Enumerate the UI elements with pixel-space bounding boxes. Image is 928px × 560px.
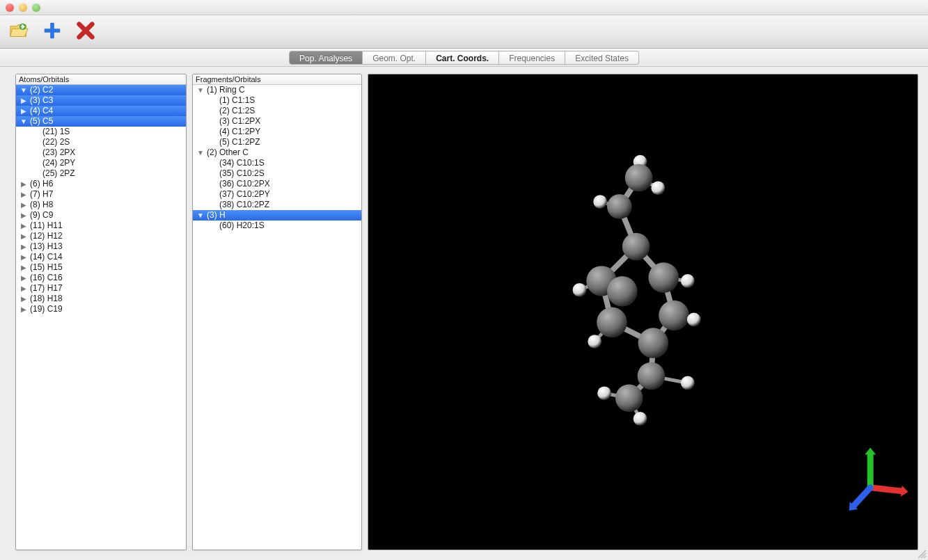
disclosure-right-icon[interactable]: ▶ — [19, 241, 29, 252]
disclosure-down-icon[interactable]: ▼ — [19, 85, 29, 95]
axis-y[interactable] — [865, 448, 876, 488]
fragments-row[interactable]: (2) C1:2S — [193, 106, 361, 116]
carbon-atom[interactable] — [607, 276, 638, 307]
fragments-row[interactable]: (35) C10:2S — [193, 168, 361, 179]
fragments-row[interactable]: ▼(1) Ring C — [193, 85, 361, 95]
atoms-row[interactable]: ▶(13) H13 — [16, 241, 186, 252]
atoms-row[interactable]: ▼(2) C2 — [16, 85, 186, 95]
fragments-row[interactable]: (34) C10:1S — [193, 158, 361, 168]
fragments-row[interactable]: (60) H20:1S — [193, 221, 361, 231]
hydrogen-atom[interactable] — [681, 376, 695, 390]
hydrogen-atom[interactable] — [597, 386, 611, 400]
fragments-row[interactable]: (5) C1:2PZ — [193, 137, 361, 147]
atoms-row[interactable]: (23) 2PX — [16, 147, 186, 158]
hydrogen-atom[interactable] — [634, 412, 647, 426]
atoms-row[interactable]: (21) 1S — [16, 127, 186, 137]
carbon-atom[interactable] — [638, 362, 666, 390]
atoms-row[interactable]: ▶(6) H6 — [16, 179, 186, 189]
disclosure-right-icon[interactable]: ▶ — [19, 231, 29, 241]
disclosure-right-icon[interactable]: ▶ — [19, 106, 29, 116]
tab-frequencies[interactable]: Frequencies — [499, 51, 565, 65]
disclosure-right-icon[interactable]: ▶ — [19, 200, 29, 210]
fragments-label: (1) C1:1S — [218, 95, 255, 106]
disclosure-right-icon[interactable]: ▶ — [19, 262, 29, 273]
axis-z[interactable] — [849, 488, 870, 511]
fragments-row[interactable]: (3) C1:2PX — [193, 116, 361, 127]
atoms-row[interactable]: ▼(5) C5 — [16, 116, 186, 127]
carbon-atom[interactable] — [638, 328, 669, 358]
fragments-row[interactable]: (1) C1:1S — [193, 95, 361, 106]
atoms-row[interactable]: ▶(8) H8 — [16, 200, 186, 210]
fragments-tree[interactable]: ▼(1) Ring C(1) C1:1S(2) C1:2S(3) C1:2PX(… — [193, 85, 361, 550]
resize-grip-icon[interactable] — [917, 549, 927, 559]
carbon-atom[interactable] — [625, 164, 653, 192]
zoom-window-button[interactable] — [32, 3, 40, 12]
delete-button[interactable] — [74, 20, 97, 44]
atoms-label: (5) C5 — [29, 116, 53, 127]
axis-x[interactable] — [870, 486, 908, 497]
fragments-row[interactable]: ▼(3) H — [193, 210, 361, 221]
tab-label: Cart. Coords. — [436, 54, 489, 63]
fragments-row[interactable]: (38) C10:2PZ — [193, 200, 361, 210]
molecule-canvas[interactable] — [368, 74, 918, 550]
fragments-row[interactable]: (4) C1:2PY — [193, 127, 361, 137]
atoms-row[interactable]: ▶(11) H11 — [16, 221, 186, 231]
disclosure-right-icon[interactable]: ▶ — [19, 95, 29, 106]
tab-pop-analyses[interactable]: Pop. Analyses — [289, 51, 363, 65]
atoms-row[interactable]: ▶(12) H12 — [16, 231, 186, 241]
atoms-row[interactable]: ▶(7) H7 — [16, 189, 186, 200]
hydrogen-atom[interactable] — [593, 195, 607, 209]
carbon-atom[interactable] — [607, 194, 632, 219]
disclosure-right-icon[interactable]: ▶ — [19, 294, 29, 304]
close-window-button[interactable] — [6, 3, 14, 12]
disclosure-right-icon[interactable]: ▶ — [19, 252, 29, 262]
disclosure-down-icon[interactable]: ▼ — [19, 116, 29, 127]
fragments-row[interactable]: (36) C10:2PX — [193, 179, 361, 189]
atoms-row[interactable]: (24) 2PY — [16, 158, 186, 168]
disclosure-right-icon[interactable]: ▶ — [19, 189, 29, 200]
hydrogen-atom[interactable] — [681, 274, 695, 288]
disclosure-right-icon[interactable]: ▶ — [19, 283, 29, 294]
molecule-viewer[interactable] — [368, 74, 918, 550]
disclosure-right-icon[interactable]: ▶ — [19, 273, 29, 283]
disclosure-right-icon[interactable]: ▶ — [19, 179, 29, 189]
atoms-row[interactable]: (25) 2PZ — [16, 168, 186, 179]
hydrogen-atom[interactable] — [588, 335, 601, 349]
atoms-tree[interactable]: ▼(2) C2▶(3) C3▶(4) C4▼(5) C5(21) 1S(22) … — [16, 85, 186, 550]
disclosure-down-icon[interactable]: ▼ — [196, 210, 205, 221]
atoms-row[interactable]: ▶(3) C3 — [16, 95, 186, 106]
carbon-atom[interactable] — [597, 307, 627, 338]
atoms-row[interactable]: (22) 2S — [16, 137, 186, 147]
carbon-atom[interactable] — [622, 233, 650, 261]
tab-excited-states[interactable]: Excited States — [565, 51, 639, 65]
hydrogen-atom[interactable] — [573, 283, 587, 297]
disclosure-down-icon[interactable]: ▼ — [196, 147, 205, 158]
atoms-row[interactable]: ▶(9) C9 — [16, 210, 186, 221]
folder-open-icon — [8, 20, 29, 43]
fragments-row[interactable]: ▼(2) Other C — [193, 147, 361, 158]
disclosure-right-icon[interactable]: ▶ — [19, 221, 29, 231]
fragments-row[interactable]: (37) C10:2PY — [193, 189, 361, 200]
atoms-row[interactable]: ▶(17) H17 — [16, 283, 186, 294]
tab-cart-coords[interactable]: Cart. Coords. — [426, 51, 499, 65]
atoms-row[interactable]: ▶(14) C14 — [16, 252, 186, 262]
open-file-button[interactable] — [7, 20, 31, 44]
minimize-window-button[interactable] — [19, 3, 27, 12]
atoms-row[interactable]: ▶(19) C19 — [16, 304, 186, 314]
fragments-label: (60) H20:1S — [218, 221, 265, 231]
add-button[interactable] — [40, 20, 64, 44]
tab-geom-opt[interactable]: Geom. Opt. — [363, 51, 426, 65]
disclosure-down-icon[interactable]: ▼ — [196, 85, 205, 95]
disclosure-right-icon[interactable]: ▶ — [19, 304, 29, 314]
tab-label: Frequencies — [509, 54, 555, 63]
hydrogen-atom[interactable] — [651, 181, 665, 195]
carbon-atom[interactable] — [648, 262, 679, 293]
carbon-atom[interactable] — [615, 384, 643, 412]
atoms-row[interactable]: ▶(16) C16 — [16, 273, 186, 283]
disclosure-right-icon[interactable]: ▶ — [19, 210, 29, 221]
hydrogen-atom[interactable] — [687, 312, 701, 326]
carbon-atom[interactable] — [659, 301, 689, 331]
atoms-row[interactable]: ▶(4) C4 — [16, 106, 186, 116]
atoms-row[interactable]: ▶(15) H15 — [16, 262, 186, 273]
atoms-row[interactable]: ▶(18) H18 — [16, 294, 186, 304]
